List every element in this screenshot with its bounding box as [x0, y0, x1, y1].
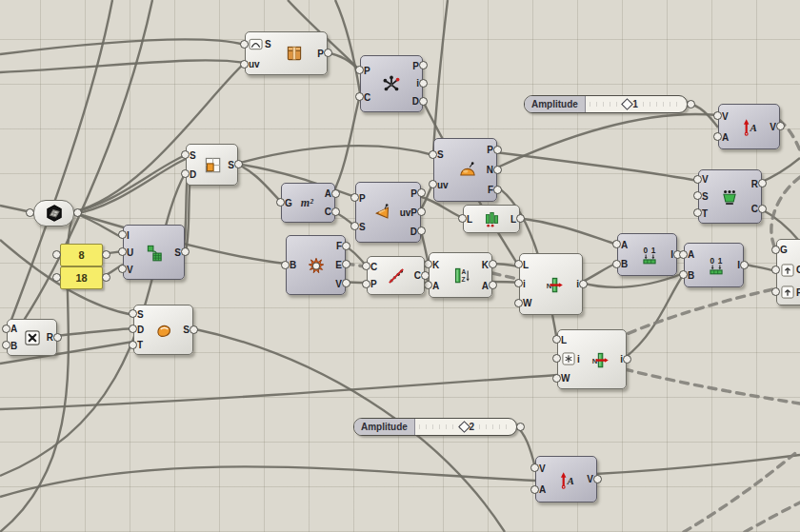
input-port-V[interactable]: V [127, 265, 133, 275]
input-nub[interactable] [514, 260, 523, 268]
output-nub[interactable] [758, 205, 767, 213]
input-port-K[interactable]: K [432, 260, 439, 270]
output-nub[interactable] [234, 160, 243, 168]
input-nub[interactable] [118, 230, 127, 239]
input-port-D[interactable]: D [137, 325, 144, 335]
node-panel-8[interactable]: 8 [60, 244, 103, 266]
output-port-P[interactable]: P [412, 61, 419, 71]
input-nub[interactable] [350, 222, 359, 230]
output-port-i[interactable]: i [416, 78, 419, 89]
slider-track[interactable]: 1 [586, 96, 687, 112]
input-nub[interactable] [693, 191, 702, 200]
output-nub[interactable] [493, 166, 502, 174]
output-nub[interactable] [417, 227, 426, 235]
input-nub[interactable] [240, 40, 249, 49]
input-port-F[interactable]: F [780, 286, 800, 300]
output-port-C[interactable]: C [325, 207, 331, 217]
output-port-R[interactable]: R [47, 332, 53, 343]
input-port-A[interactable]: A [10, 324, 17, 334]
output-port-C[interactable]: C [414, 270, 421, 281]
input-nub[interactable] [612, 240, 621, 248]
input-port-B[interactable]: B [10, 341, 17, 351]
node-divide-domain[interactable]: IUVS [123, 225, 185, 280]
panel-output-nub[interactable] [102, 250, 110, 259]
input-port-V[interactable]: V [539, 463, 546, 474]
node-amplitude-slider-1[interactable]: Amplitude1 [524, 95, 688, 113]
output-nub[interactable] [181, 247, 190, 256]
output-port-S[interactable]: S [183, 325, 190, 335]
output-port-I[interactable]: I [670, 249, 673, 260]
node-area[interactable]: Gm²AC [281, 183, 335, 223]
panel-input-nub[interactable] [52, 250, 61, 259]
output-port-V[interactable]: V [335, 279, 342, 289]
input-port-B[interactable]: B [290, 260, 296, 270]
output-port-E[interactable]: E [335, 260, 342, 270]
node-list-item-lower[interactable]: LiWNi [557, 329, 627, 389]
input-port-P[interactable]: P [364, 66, 370, 76]
output-port-i[interactable]: i [620, 354, 623, 365]
input-nub[interactable] [458, 214, 467, 223]
output-nub[interactable] [623, 355, 631, 364]
node-panel-18[interactable]: 18 [60, 266, 103, 289]
input-port-uv[interactable]: uv [437, 180, 449, 190]
slider-handle[interactable] [458, 421, 470, 433]
node-amplitude-vector-top[interactable]: VAAV [718, 104, 780, 149]
output-nub[interactable] [417, 188, 426, 197]
output-port-P[interactable]: P [410, 188, 417, 199]
node-partial-right[interactable]: GCF [776, 239, 800, 305]
input-nub[interactable] [355, 92, 364, 101]
node-editor-canvas[interactable]: SuvPPCPiDAmplitude1VAAVSDSGm²ACPSPuvPDSu… [0, 0, 800, 532]
output-port-V[interactable]: V [587, 474, 593, 484]
param-input-nub[interactable] [26, 208, 34, 217]
graph-up-button[interactable] [780, 263, 794, 277]
input-port-P[interactable]: P [370, 279, 377, 289]
input-nub[interactable] [679, 270, 688, 279]
output-nub[interactable] [493, 146, 502, 154]
input-port-C[interactable]: C [364, 92, 370, 103]
input-nub[interactable] [355, 66, 364, 74]
input-nub[interactable] [118, 247, 127, 256]
input-port-U[interactable]: U [127, 247, 133, 258]
input-nub[interactable] [429, 150, 437, 159]
expression-button[interactable] [561, 352, 575, 366]
input-port-L[interactable]: L [467, 214, 472, 225]
input-nub[interactable] [129, 325, 137, 333]
output-port-D[interactable]: D [410, 227, 417, 237]
input-port-A[interactable]: A [688, 249, 694, 260]
input-nub[interactable] [350, 193, 359, 202]
node-deconstruct-brep[interactable]: BFEV [286, 235, 346, 295]
input-nub[interactable] [530, 485, 539, 494]
input-nub[interactable] [181, 169, 190, 178]
node-sub-list[interactable]: VSTRC [698, 169, 762, 224]
input-nub[interactable] [693, 208, 702, 217]
output-nub[interactable] [489, 260, 497, 268]
input-port-S[interactable]: S [359, 222, 366, 232]
output-port-N[interactable]: N [487, 165, 493, 175]
input-nub[interactable] [552, 335, 561, 344]
input-nub[interactable] [713, 111, 722, 120]
output-nub[interactable] [324, 49, 332, 57]
node-surface-param[interactable] [33, 200, 74, 227]
node-surface-closest-point[interactable]: PSPuvPD [355, 182, 421, 243]
input-port-A[interactable]: A [432, 281, 439, 291]
node-sort-list[interactable]: KAAZKA [429, 252, 492, 298]
input-nub[interactable] [129, 341, 137, 349]
param-output-nub[interactable] [73, 208, 82, 217]
input-nub[interactable] [424, 281, 432, 289]
input-nub[interactable] [771, 287, 780, 296]
node-surface-trim[interactable]: SDTS [133, 305, 193, 355]
input-nub[interactable] [362, 262, 370, 270]
output-nub[interactable] [593, 475, 602, 483]
input-port-A[interactable]: A [722, 132, 729, 143]
input-port-P[interactable]: P [359, 193, 366, 204]
input-port-S[interactable]: S [437, 149, 449, 160]
output-port-V[interactable]: V [770, 122, 776, 132]
input-nub[interactable] [679, 250, 688, 259]
node-closest-point[interactable]: PCPiD [360, 55, 423, 112]
node-cull-pattern[interactable]: CPC [367, 256, 425, 295]
output-nub[interactable] [417, 207, 426, 216]
input-port-L[interactable]: L [561, 335, 580, 345]
output-nub[interactable] [342, 242, 350, 250]
input-port-T[interactable]: T [702, 208, 709, 219]
input-port-W[interactable]: W [523, 298, 531, 308]
